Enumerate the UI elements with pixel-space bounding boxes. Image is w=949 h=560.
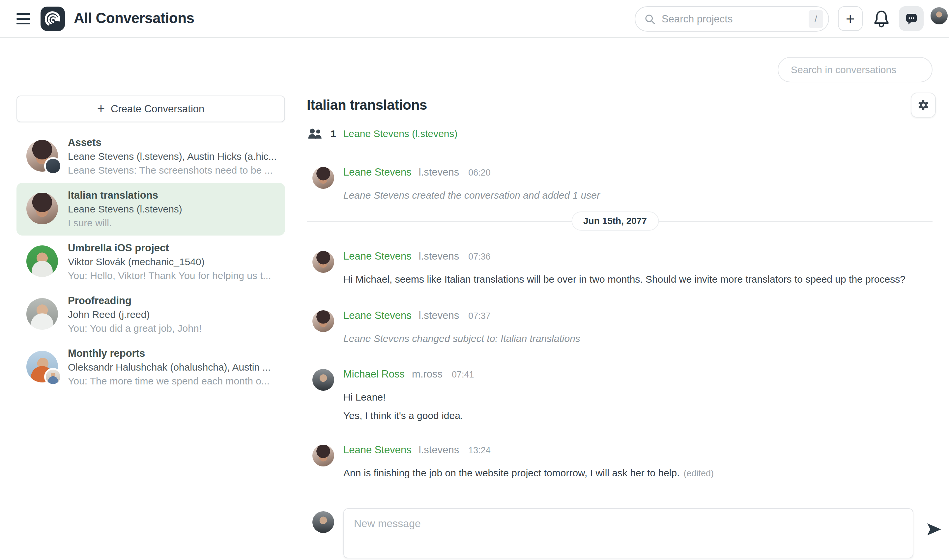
conversation-participants: Leane Stevens (l.stevens) — [68, 202, 182, 216]
conversation-title: Umbrella iOS project — [68, 241, 271, 255]
conversation-list: Assets Leane Stevens (l.stevens), Austin… — [17, 130, 285, 394]
message-text: Yes, I think it's a good idea. — [344, 408, 933, 424]
app-logo[interactable] — [40, 6, 65, 31]
send-icon — [926, 523, 943, 536]
conversation-title-heading: Italian translations — [307, 97, 427, 113]
notifications-button[interactable] — [871, 8, 892, 30]
message-username: l.stevens — [419, 166, 459, 178]
conversation-preview: You: You did a great job, John! — [68, 322, 202, 335]
date-divider-pill: Jun 15th, 2077 — [572, 211, 659, 231]
participant-link[interactable]: Leane Stevens (l.stevens) — [344, 128, 458, 139]
avatar-secondary — [44, 368, 62, 386]
conversations-sidebar: + Create Conversation Assets Leane Steve… — [17, 95, 285, 394]
conversation-item-umbrella-ios-project[interactable]: Umbrella iOS project Viktor Slovák (mech… — [17, 235, 285, 288]
avatar-secondary — [44, 157, 62, 175]
conversation-participants: Viktor Slovák (mechanic_1540) — [68, 255, 271, 269]
avatar — [26, 193, 58, 224]
message-author[interactable]: Leane Stevens — [344, 250, 411, 262]
message-avatar[interactable] — [313, 445, 334, 466]
conversation-preview: Leane Stevens: The screenshots need to b… — [68, 163, 277, 177]
chat-bubble-icon — [904, 11, 919, 26]
message-avatar[interactable] — [313, 251, 334, 273]
conversation-avatar-group — [26, 192, 59, 226]
plus-icon: + — [97, 102, 105, 115]
system-message-text: Leane Stevens changed subject to: Italia… — [344, 331, 933, 347]
message-avatar[interactable] — [313, 167, 334, 189]
message-avatar[interactable] — [313, 369, 334, 391]
system-message-text: Leane Stevens created the conversation a… — [344, 187, 933, 203]
slash-shortcut-badge: / — [809, 10, 823, 28]
message-time: 07:36 — [468, 252, 491, 262]
conversation-avatar-group — [26, 245, 59, 279]
conversation-preview: I sure will. — [68, 216, 182, 230]
participants-count: 1 — [331, 128, 336, 139]
message-author[interactable]: Michael Ross — [344, 368, 405, 380]
edited-badge: (edited) — [684, 468, 714, 478]
plus-icon: + — [846, 11, 855, 26]
message-author[interactable]: Leane Stevens — [344, 310, 411, 322]
conversation-settings-button[interactable] — [911, 92, 936, 118]
avatar — [26, 245, 58, 277]
bell-icon — [873, 9, 890, 28]
send-message-button[interactable] — [926, 521, 943, 538]
conversation-panel: Italian translations — [307, 38, 949, 560]
message-author[interactable]: Leane Stevens — [344, 166, 411, 178]
conversation-title: Italian translations — [68, 188, 182, 202]
message-text: Hi Michael, seems like Italian translati… — [344, 271, 933, 288]
projects-search-input[interactable] — [662, 13, 809, 25]
create-conversation-label: Create Conversation — [111, 103, 204, 115]
menu-icon[interactable] — [17, 13, 30, 25]
message-time: 07:41 — [452, 369, 474, 380]
conversation-preview: You: Hello, Viktor! Thank You for helpin… — [68, 269, 271, 283]
new-message-input[interactable] — [344, 508, 914, 558]
participants-row: 1 Leane Stevens (l.stevens) — [307, 128, 458, 140]
message-time: 07:37 — [468, 311, 491, 321]
gear-icon — [917, 98, 930, 112]
message-username: l.stevens — [419, 250, 459, 262]
message-text: Hi Leane! — [344, 389, 933, 406]
conversation-participants: John Reed (j.reed) — [68, 308, 202, 322]
create-conversation-button[interactable]: + Create Conversation — [17, 95, 285, 122]
message-time: 06:20 — [468, 168, 491, 178]
conversation-avatar-group — [26, 297, 59, 332]
projects-search[interactable]: / — [635, 6, 829, 32]
conversation-title: Assets — [68, 136, 277, 149]
create-new-button[interactable]: + — [838, 6, 863, 31]
conversation-item-monthly-reports[interactable]: Monthly reports Oleksandr Halushchak (oh… — [17, 341, 285, 394]
message-username: l.stevens — [419, 444, 459, 456]
message-time: 13:24 — [468, 445, 491, 455]
conversation-preview: You: The more time we spend each month o… — [68, 374, 271, 388]
conversation-avatar-group — [26, 350, 59, 385]
conversation-item-italian-translations[interactable]: Italian translations Leane Stevens (l.st… — [17, 183, 285, 235]
message-text: Ann is finishing the job on the website … — [344, 468, 680, 478]
message-username: m.ross — [412, 368, 442, 380]
conversation-avatar-group — [26, 139, 59, 174]
app-root: All Conversations / + — [0, 0, 949, 560]
message-username: l.stevens — [419, 310, 459, 322]
composer-user-avatar — [313, 511, 334, 533]
conversation-item-assets[interactable]: Assets Leane Stevens (l.stevens), Austin… — [17, 130, 285, 183]
page-title: All Conversations — [74, 10, 194, 26]
conversation-item-proofreading[interactable]: Proofreading John Reed (j.reed) You: You… — [17, 288, 285, 341]
message-author[interactable]: Leane Stevens — [344, 444, 411, 456]
logo-swirl-icon — [44, 10, 61, 27]
conversation-participants: Oleksandr Halushchak (ohalushcha), Austi… — [68, 360, 271, 374]
search-icon — [644, 13, 656, 25]
participants-icon — [307, 128, 323, 140]
conversations-page-button[interactable] — [899, 6, 924, 31]
user-avatar[interactable] — [931, 7, 948, 25]
top-bar: All Conversations / + — [0, 0, 949, 38]
conversation-title: Proofreading — [68, 294, 202, 308]
message-avatar[interactable] — [313, 310, 334, 332]
conversation-title: Monthly reports — [68, 346, 271, 360]
avatar — [26, 298, 58, 330]
conversation-participants: Leane Stevens (l.stevens), Austin Hicks … — [68, 149, 277, 163]
